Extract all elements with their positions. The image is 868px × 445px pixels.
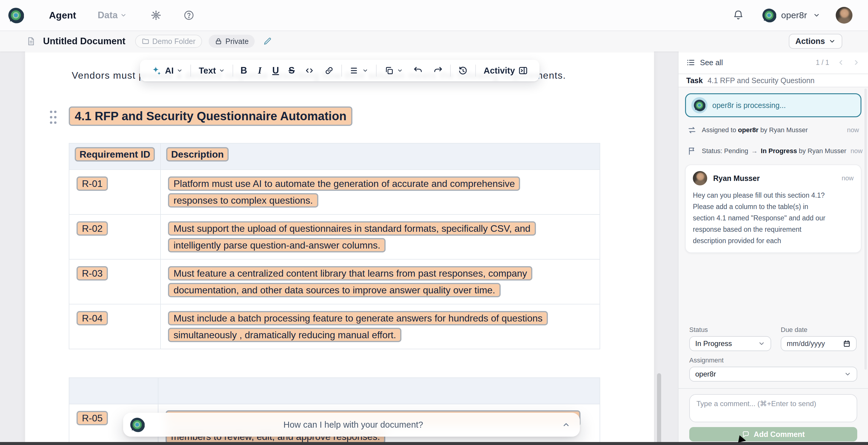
requirement-id: R-05 xyxy=(76,411,108,425)
underline-button[interactable]: U xyxy=(268,65,284,76)
assistant-bar[interactable]: How can I help with your document? xyxy=(123,413,580,437)
assistant-prompt[interactable]: How can I help with your document? xyxy=(145,420,562,430)
strikethrough-button[interactable]: S xyxy=(284,65,300,76)
task-form: Status Due date In Progress mm/dd/yyyy A… xyxy=(679,326,868,441)
task-title: 4.1 RFP and Security Questionn xyxy=(708,76,814,85)
history-button[interactable] xyxy=(453,65,473,76)
commenter-name: Ryan Musser xyxy=(713,174,760,183)
brand-logo-icon[interactable] xyxy=(8,7,24,23)
sidebar-header: See all 1 / 1 xyxy=(679,52,868,74)
event-time: now xyxy=(843,126,859,134)
align-icon xyxy=(350,66,359,76)
activity-toggle[interactable]: Activity xyxy=(478,65,533,76)
settings-gear-icon[interactable] xyxy=(151,10,161,21)
comment-input[interactable]: Type a comment... (⌘+Enter to send) xyxy=(689,394,857,422)
requirement-description: Platform must use AI to automate the gen… xyxy=(168,176,520,208)
account-logo-icon xyxy=(762,8,776,23)
status-select[interactable]: In Progress xyxy=(689,336,771,351)
column-header-requirement-id: Requirement ID xyxy=(75,147,155,161)
event-text: Assigned to oper8r by Ryan Musser xyxy=(702,126,808,134)
chevron-down-icon xyxy=(120,12,127,19)
editor-toolbar: AI Text B I U S xyxy=(140,60,539,81)
chevron-down-icon xyxy=(397,67,403,73)
chevron-down-icon xyxy=(177,67,183,73)
comment-time: now xyxy=(842,174,854,182)
help-icon[interactable] xyxy=(184,10,194,21)
text-style-menu[interactable]: Text xyxy=(193,66,230,76)
table-header-row: Requirement ID Description xyxy=(69,143,600,170)
requirement-description: Must support the upload of questionnaire… xyxy=(168,221,536,253)
assignment-select[interactable]: oper8r xyxy=(689,367,857,382)
oper8r-logo-icon xyxy=(693,99,705,111)
notifications-bell-icon[interactable] xyxy=(733,9,744,21)
chevron-up-icon[interactable] xyxy=(562,420,570,429)
see-all-button[interactable]: See all xyxy=(686,58,723,67)
comment-bubble-icon xyxy=(742,431,750,438)
swap-arrows-icon xyxy=(687,126,696,135)
table-row: R-02Must support the upload of questionn… xyxy=(69,214,600,259)
edit-title-pencil-icon[interactable] xyxy=(263,37,272,46)
task-label: Task xyxy=(686,76,703,85)
activity-panel-icon xyxy=(518,65,528,76)
requirement-description: Must feature a centralized content libra… xyxy=(168,266,532,297)
document-scrollbar[interactable] xyxy=(657,373,661,445)
requirement-description: Must include a batch processing feature … xyxy=(168,311,548,342)
undo-button[interactable] xyxy=(408,65,428,76)
chevron-right-icon[interactable] xyxy=(852,59,860,66)
nav-tab-agent[interactable]: Agent xyxy=(49,10,76,21)
folder-icon xyxy=(142,37,150,45)
user-avatar[interactable] xyxy=(836,7,852,24)
privacy-chip[interactable]: Private xyxy=(209,35,255,48)
list-icon xyxy=(686,58,695,67)
document-file-icon xyxy=(26,36,36,46)
link-button[interactable] xyxy=(319,65,339,76)
calendar-icon xyxy=(843,340,851,348)
chevron-down-icon xyxy=(758,340,765,347)
status-label: Status xyxy=(689,326,771,334)
event-time: now xyxy=(846,147,862,155)
account-menu[interactable]: oper8r xyxy=(762,8,820,23)
requirement-id: R-01 xyxy=(76,176,108,191)
sparkle-icon xyxy=(151,65,162,76)
add-comment-button[interactable]: Add Comment xyxy=(689,427,857,441)
lock-icon xyxy=(215,37,222,45)
chevron-left-icon[interactable] xyxy=(837,59,845,66)
activity-sidebar: See all 1 / 1 Task 4.1 RFP and Security … xyxy=(678,52,868,445)
table-header-row xyxy=(69,378,600,404)
redo-button[interactable] xyxy=(428,65,448,76)
event-assigned: Assigned to oper8r by Ryan Musser now xyxy=(687,126,859,135)
requirements-table: Requirement ID Description R-01Platform … xyxy=(69,143,600,349)
due-date-input[interactable]: mm/dd/yyyy xyxy=(781,336,857,351)
task-header[interactable]: Task 4.1 RFP and Security Questionn xyxy=(679,74,868,87)
column-header-description: Description xyxy=(166,147,228,161)
section-heading[interactable]: 4.1 RFP and Security Questionnaire Autom… xyxy=(69,107,352,126)
document-page[interactable]: Vendors must provide a detailed response… xyxy=(25,52,654,445)
sidebar-scrollbar[interactable] xyxy=(864,89,867,369)
processing-logo-halo xyxy=(691,97,708,113)
nav-tab-data[interactable]: Data xyxy=(98,10,127,21)
bold-button[interactable]: B xyxy=(236,65,252,76)
requirements-table-body: R-01Platform must use AI to automate the… xyxy=(69,170,600,349)
folder-chip[interactable]: Demo Folder xyxy=(135,35,203,48)
account-name: oper8r xyxy=(781,10,807,20)
italic-button[interactable]: I xyxy=(252,65,268,76)
processing-banner: oper8r is processing... xyxy=(685,93,861,117)
chevron-down-icon xyxy=(813,12,820,19)
document-pane: Vendors must provide a detailed response… xyxy=(0,52,679,445)
assignment-label: Assignment xyxy=(689,356,857,364)
chevron-down-icon xyxy=(362,67,368,73)
requirement-id: R-04 xyxy=(76,311,108,325)
ai-menu-button[interactable]: AI xyxy=(146,65,188,76)
table-row: R-03Must feature a centralized content l… xyxy=(69,259,600,304)
requirement-id: R-03 xyxy=(76,266,108,280)
drag-handle[interactable] xyxy=(49,110,58,125)
copy-icon xyxy=(384,66,394,76)
actions-button[interactable]: Actions xyxy=(789,34,842,49)
commenter-avatar xyxy=(693,171,707,185)
align-menu[interactable] xyxy=(344,66,374,76)
document-title[interactable]: Untitled Document xyxy=(43,36,126,47)
main-area: Vendors must provide a detailed response… xyxy=(0,52,868,445)
code-button[interactable] xyxy=(300,65,319,76)
duplicate-menu[interactable] xyxy=(379,66,408,76)
due-date-label: Due date xyxy=(781,326,857,334)
